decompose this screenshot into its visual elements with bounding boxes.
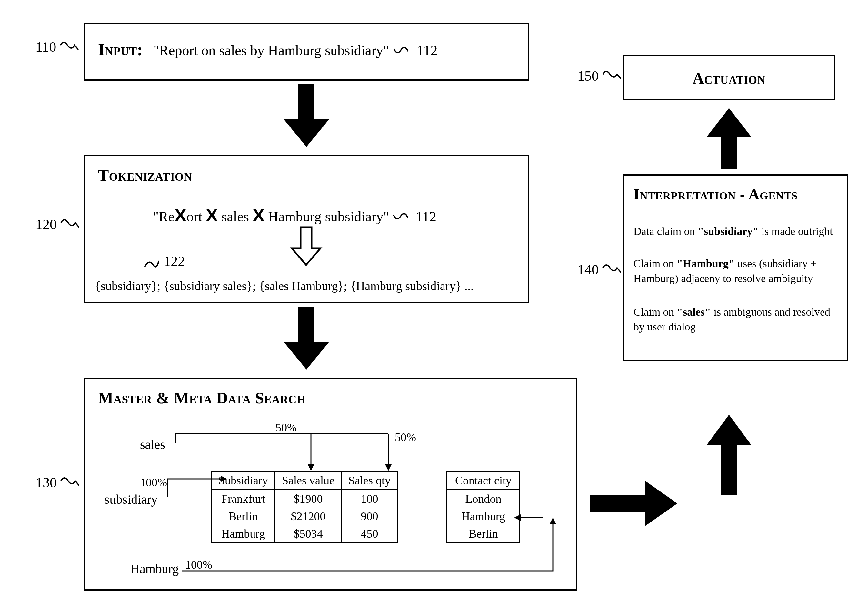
arrow-right-icon [590, 477, 680, 529]
tok-mid3: Hamburg subsidiary" [268, 209, 389, 225]
th-contact: Contact city [447, 471, 520, 490]
ref-130-num: 130 [36, 475, 57, 491]
ref-120: 120 [36, 216, 80, 233]
x-icon: X [253, 205, 265, 225]
ref-150-num: 150 [577, 68, 599, 84]
squiggle-icon [602, 263, 622, 274]
ref-122-num: 122 [164, 253, 185, 269]
squiggle-icon [60, 476, 80, 487]
tok-mid1: ort [186, 209, 202, 225]
tokenization-heading: Tokenization [98, 166, 192, 185]
t: "Hamburg" [677, 258, 735, 269]
interp-heading: Interpretation - Agents [634, 185, 798, 203]
svg-marker-6 [550, 518, 556, 524]
interp-line1: Data claim on "subsidiary" is made outri… [634, 224, 837, 239]
tok-mid2: sales [221, 209, 249, 225]
th-subsidiary: Subsidiary [212, 471, 275, 490]
cell: $21200 [276, 508, 341, 525]
svg-marker-9 [707, 415, 752, 495]
th-sales-value: Sales value [275, 471, 342, 490]
table-row: Frankfurt Berlin Hamburg $1900 $21200 $5… [212, 490, 398, 543]
squiggle-icon [602, 70, 622, 81]
arrow-up-icon [703, 106, 755, 171]
ref-130: 130 [36, 474, 80, 491]
input-heading: Input: [98, 40, 143, 59]
x-icon: X [206, 205, 218, 225]
cell: 900 [342, 508, 397, 525]
input-line: Input: "Report on sales by Hamburg subsi… [98, 40, 437, 59]
t: "sales" [677, 306, 711, 318]
squiggle-icon [393, 46, 412, 57]
input-text: "Report on sales by Hamburg subsidiary" [153, 43, 389, 58]
ref-112a: 112 [417, 43, 437, 58]
data-table: Subsidiary Sales value Sales qty Frankfu… [211, 471, 398, 543]
cell: 450 [342, 525, 397, 543]
tok-pre: "Re [153, 209, 175, 225]
ref-120-num: 120 [36, 216, 57, 232]
table-row: Contact city [447, 471, 520, 490]
ref-140: 140 [577, 261, 622, 278]
tokenization-sentence: "ReXort X sales X Hamburg subsidiary" 11… [153, 205, 436, 225]
cell: London [447, 490, 519, 508]
ref-150: 150 [577, 68, 622, 84]
squiggle-icon [60, 40, 79, 51]
ref-122: 122 [143, 253, 185, 271]
squiggle-icon [393, 212, 412, 223]
cell: $1900 [276, 490, 341, 508]
svg-marker-0 [284, 84, 329, 147]
ref-110-num: 110 [36, 39, 56, 55]
arrow-down-outline-icon [288, 225, 324, 269]
interpretation-box: Interpretation - Agents Data claim on "s… [623, 174, 848, 361]
t: Data claim on [634, 225, 698, 237]
contact-table: Contact city London Hamburg Berlin [446, 471, 520, 543]
arrow-down-icon [281, 84, 332, 148]
cell: Hamburg [447, 508, 519, 525]
squiggle-icon [60, 218, 80, 229]
svg-marker-8 [590, 481, 677, 526]
interp-line3: Claim on "sales" is ambiguous and resolv… [634, 305, 837, 334]
svg-marker-1 [291, 227, 321, 265]
cell: $5034 [276, 525, 341, 543]
th-sales-qty: Sales qty [341, 471, 397, 490]
ref-110: 110 [36, 39, 79, 55]
x-icon: X [175, 205, 186, 225]
search-box: Master & Meta Data Search sales subsidia… [84, 378, 577, 591]
diagram-canvas: 110 Input: "Report on sales by Hamburg s… [0, 0, 868, 608]
svg-marker-3 [308, 464, 314, 471]
t: is made outright [759, 225, 832, 237]
cell: Frankfurt [212, 490, 274, 508]
t: "subsidiary" [698, 225, 759, 237]
table-row: Subsidiary Sales value Sales qty [212, 471, 398, 490]
ref-140-num: 140 [577, 262, 599, 278]
table-row: London Hamburg Berlin [447, 490, 520, 543]
actuation-heading: Actuation [624, 69, 834, 88]
contact-table-wrap: Contact city London Hamburg Berlin [446, 471, 520, 543]
tokenization-tokens: {subsidiary}; {subsidiary sales}; {sales… [95, 279, 474, 293]
svg-marker-4 [385, 464, 392, 471]
arrow-up-icon [703, 413, 755, 497]
cell: Berlin [447, 525, 519, 543]
cell: 100 [342, 490, 397, 508]
arrow-down-icon [281, 306, 332, 371]
cell: Berlin [212, 508, 274, 525]
interp-line2: Claim on "Hamburg" uses (subsidiary + Ha… [634, 256, 837, 286]
actuation-box: Actuation [623, 55, 835, 100]
svg-marker-10 [707, 108, 752, 169]
tokenization-box: Tokenization "ReXort X sales X Hamburg s… [84, 155, 529, 303]
input-box: Input: "Report on sales by Hamburg subsi… [84, 23, 529, 81]
squiggle-icon [143, 253, 164, 271]
data-table-wrap: Subsidiary Sales value Sales qty Frankfu… [211, 471, 398, 543]
ref-112b: 112 [416, 209, 436, 225]
cell: Hamburg [212, 525, 274, 543]
svg-marker-2 [284, 306, 329, 370]
t: Claim on [634, 306, 677, 318]
t: Claim on [634, 258, 677, 269]
